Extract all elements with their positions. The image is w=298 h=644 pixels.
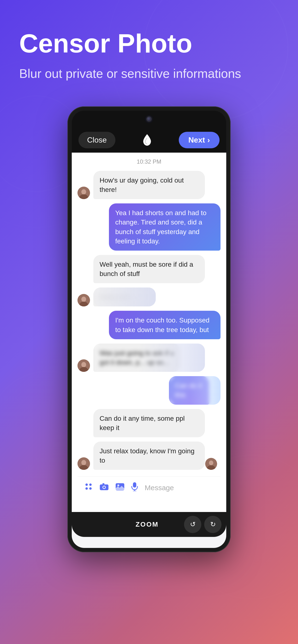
avatar [77, 360, 90, 372]
svg-point-11 [81, 296, 86, 302]
undo-button[interactable]: ↺ [184, 516, 201, 533]
svg-point-23 [89, 484, 92, 486]
table-row: Can do it this [77, 376, 221, 404]
image-icon[interactable] [115, 483, 124, 493]
redo-button[interactable]: ↻ [204, 516, 221, 533]
chat-bottom-bar: Message [77, 476, 221, 498]
table-row: Well yeah, must be sore if did a bunch o… [77, 255, 221, 283]
table-row: How's ur day going, cold out there! [77, 171, 221, 199]
phone-camera [146, 116, 152, 122]
next-button[interactable]: Next › [179, 132, 220, 148]
table-row: Yea I had shorts on and had to change. T… [77, 204, 221, 250]
close-button[interactable]: Close [78, 132, 115, 148]
zoom-bar: ZOOM ↺ ↻ [72, 512, 226, 537]
chat-area: 10:32 PM How's ur day going, cold out t [72, 152, 226, 512]
svg-point-17 [81, 460, 86, 465]
svg-point-24 [85, 487, 88, 490]
svg-point-20 [209, 460, 213, 465]
phone-screen: 10:32 PM How's ur day going, cold out t [72, 152, 226, 548]
phone-mockup: Close Next › 10:32 PM [0, 106, 298, 552]
list-item: Just relax today, know I'm going to [93, 442, 205, 470]
zoom-label: ZOOM [77, 520, 184, 528]
avatar [77, 294, 90, 306]
ink-drop-icon[interactable] [141, 134, 153, 146]
table-row: I'm on the couch too. Supposed to take d… [77, 311, 221, 339]
next-label: Next [188, 136, 205, 144]
avatar [77, 187, 90, 199]
phone-top-bar [72, 111, 226, 128]
chat-messages: How's ur day going, cold out there! Yea … [77, 171, 221, 470]
svg-rect-29 [102, 483, 104, 485]
svg-point-22 [85, 484, 88, 486]
list-item: Well yeah, must be sore if did a bunch o… [93, 255, 205, 283]
svg-point-14 [81, 362, 86, 367]
list-item: How's ur day going, cold out there! [93, 171, 205, 199]
list-item: Can do it any time, some ppl keep it [93, 409, 205, 437]
camera-icon[interactable] [100, 483, 109, 493]
phone-frame: Close Next › 10:32 PM [67, 106, 231, 552]
grid-icon[interactable] [84, 482, 93, 493]
svg-point-28 [103, 486, 105, 488]
table-row: Was just going to ask if u got it down, … [77, 344, 221, 372]
svg-rect-32 [133, 482, 136, 488]
message-input[interactable]: Message [145, 484, 214, 492]
svg-point-8 [81, 189, 86, 194]
table-row: Just relax today, know I'm going to [77, 442, 221, 470]
undo-redo-controls: ↺ ↻ [184, 516, 221, 533]
page-subtitle: Blur out private or sensitive informatio… [19, 65, 279, 82]
list-item: I'm on the couch too. Supposed to take d… [109, 311, 221, 339]
chat-timestamp: 10:32 PM [77, 158, 221, 165]
avatar [77, 457, 90, 470]
phone-toolbar: Close Next › [72, 128, 226, 152]
table-row: Can do it any time, some ppl keep it [77, 409, 221, 437]
svg-point-31 [117, 484, 119, 486]
table-row: Daisy and ... [77, 288, 221, 306]
page-title: Censor Photo [19, 29, 279, 58]
microphone-icon[interactable] [131, 482, 138, 493]
svg-point-25 [89, 487, 92, 490]
next-chevron-icon: › [207, 136, 210, 144]
list-item: Yea I had shorts on and had to change. T… [109, 204, 221, 250]
